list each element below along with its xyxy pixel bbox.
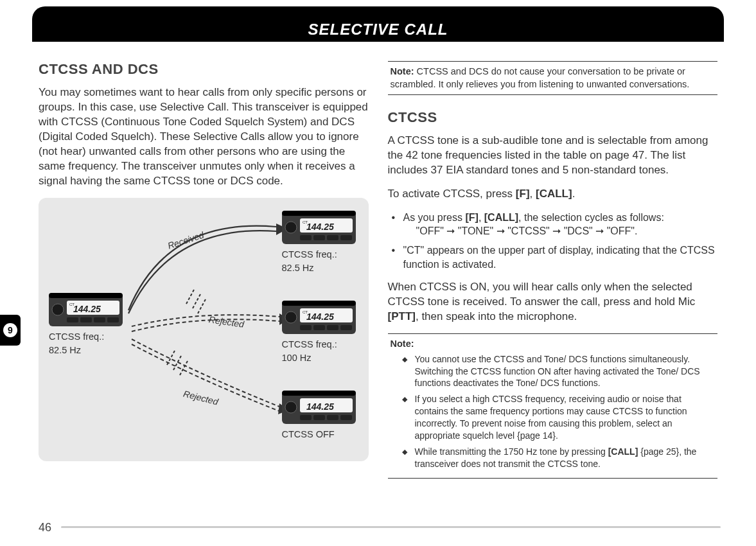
svg-rect-39 — [313, 415, 325, 420]
p3-key-ptt: [PTT] — [388, 310, 416, 322]
note-item: You cannot use the CTCSS and Tone/ DCS f… — [402, 353, 716, 390]
p2-key-f: [F] — [516, 188, 530, 200]
svg-rect-24 — [282, 301, 356, 306]
radio-icon: CT 144.25 — [49, 293, 123, 326]
svg-rect-31 — [327, 325, 338, 330]
rx2-label-line1: CTCSS freq.: — [282, 339, 356, 350]
n3-pre: While transmitting the 1750 Hz tone by p… — [415, 446, 608, 457]
radio-rx2: CT 144.25 CTCSS freq.: 100 Hz — [282, 301, 356, 364]
left-column: CTCSS AND DCS You may sometimes want to … — [39, 61, 369, 493]
rx1-label-line1: CTCSS freq.: — [282, 249, 356, 260]
li1-sequence: "OFF" ➞ "TONE" ➞ "CTCSS" ➞ "DCS" ➞ "OFF"… — [403, 224, 718, 238]
svg-rect-21 — [327, 235, 338, 240]
svg-point-15 — [285, 222, 297, 233]
ctcss-p2: To activate CTCSS, press [F], [CALL]. — [388, 187, 718, 202]
right-column: Note: CTCSS and DCS do not cause your co… — [388, 61, 718, 493]
svg-rect-34 — [282, 391, 356, 396]
note-box-2: Note: You cannot use the CTCSS and Tone/… — [388, 333, 718, 479]
content-area: CTCSS AND DCS You may sometimes want to … — [32, 42, 724, 493]
page-frame: SELECTIVE CALL CTCSS AND DCS You may som… — [32, 6, 724, 520]
tx-label-line1: CTCSS freq.: — [49, 331, 123, 342]
list-item: As you press [F], [CALL], the selection … — [392, 211, 718, 238]
li1-pre: As you press — [403, 212, 466, 223]
svg-text:144.25: 144.25 — [306, 312, 334, 322]
label-received: Received — [166, 229, 205, 251]
p2-key-call: [CALL] — [536, 188, 572, 200]
cycle-list: As you press [F], [CALL], the selection … — [392, 211, 718, 271]
svg-point-35 — [285, 401, 297, 413]
svg-rect-20 — [313, 235, 325, 240]
p3-post: , then speak into the microphone. — [416, 310, 577, 322]
chapter-number-badge: 9 — [3, 323, 17, 337]
svg-rect-40 — [327, 415, 338, 420]
svg-rect-10 — [80, 317, 92, 322]
p2-post: . — [572, 188, 576, 200]
p2-mid: , — [530, 188, 536, 200]
label-rejected-2: Rejected — [182, 388, 219, 407]
svg-point-25 — [285, 312, 297, 323]
radio-tx: CT 144.25 CTCSS freq.: 82.5 Hz — [49, 293, 123, 357]
svg-rect-4 — [49, 293, 123, 298]
svg-rect-22 — [340, 235, 352, 240]
svg-rect-19 — [300, 235, 312, 240]
svg-rect-30 — [313, 325, 325, 330]
svg-rect-38 — [300, 415, 312, 420]
rx1-label-line2: 82.5 Hz — [282, 263, 356, 274]
signal-diagram: Received Rejected Rejected CT 144.25 CTC… — [39, 198, 369, 461]
n3-key-call: [CALL] — [608, 446, 638, 457]
svg-point-5 — [52, 304, 64, 315]
note2-list: You cannot use the CTCSS and Tone/ DCS f… — [402, 353, 716, 470]
page-title: SELECTIVE CALL — [308, 21, 448, 38]
label-rejected-1: Rejected — [208, 314, 245, 330]
li1-key-call: [CALL] — [484, 212, 518, 223]
li1-key-f: [F] — [465, 212, 478, 223]
radio-icon: CT 144.25 — [282, 301, 356, 334]
rx3-label: CTCSS OFF — [282, 429, 356, 440]
svg-rect-14 — [282, 211, 356, 216]
note1-text: CTCSS and DCS do not cause your conversa… — [391, 66, 690, 89]
note-item: While transmitting the 1750 Hz tone by p… — [402, 446, 716, 470]
svg-text:144.25: 144.25 — [306, 222, 334, 232]
p2-pre: To activate CTCSS, press — [388, 188, 516, 200]
footer-rule — [61, 526, 721, 528]
header-bar: SELECTIVE CALL — [32, 6, 724, 42]
radio-rx1: CT 144.25 CTCSS freq.: 82.5 Hz — [282, 211, 356, 274]
svg-rect-32 — [340, 325, 352, 330]
svg-rect-41 — [340, 415, 352, 420]
svg-text:144.25: 144.25 — [73, 304, 101, 314]
list-item: "CT" appears on the upper part of displa… — [392, 243, 718, 271]
note1-label: Note: — [391, 66, 414, 76]
svg-text:144.25: 144.25 — [306, 401, 334, 412]
p3-pre: When CTCSS is ON, you will hear calls on… — [388, 281, 696, 308]
rx2-label-line2: 100 Hz — [282, 353, 356, 364]
svg-rect-9 — [67, 317, 78, 322]
chapter-tab: 9 — [0, 315, 21, 346]
svg-rect-11 — [94, 317, 105, 322]
radio-icon: CT 144.25 — [282, 211, 356, 244]
svg-rect-12 — [107, 317, 119, 322]
svg-rect-29 — [300, 325, 312, 330]
li1-mid: , — [479, 212, 484, 223]
page-number: 46 — [39, 521, 51, 534]
ctcss-p3: When CTCSS is ON, you will hear calls on… — [388, 280, 718, 324]
note2-label: Note: — [391, 339, 414, 349]
note-item: If you select a high CTCSS frequency, re… — [402, 393, 716, 442]
note-box-1: Note: CTCSS and DCS do not cause your co… — [388, 61, 718, 95]
ctcss-p1: A CTCSS tone is a sub-audible tone and i… — [388, 134, 718, 178]
radio-icon: 144.25 — [282, 391, 356, 424]
tx-label-line2: 82.5 Hz — [49, 345, 123, 356]
heading-ctcss-dcs: CTCSS AND DCS — [39, 61, 369, 78]
heading-ctcss: CTCSS — [388, 109, 718, 126]
intro-paragraph: You may sometimes want to hear calls fro… — [39, 85, 369, 189]
li1-post: , the selection cycles as follows: — [518, 212, 664, 223]
radio-rx3: 144.25 CTCSS OFF — [282, 391, 356, 440]
